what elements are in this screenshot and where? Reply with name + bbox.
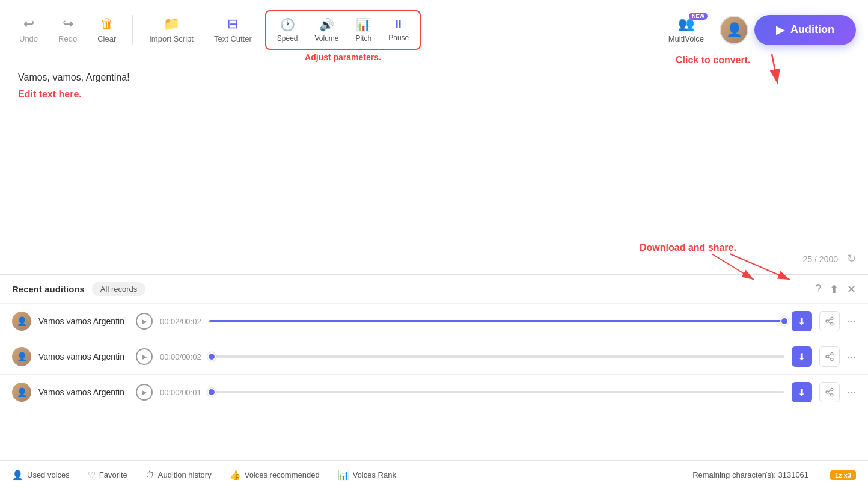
- undo-button[interactable]: ↩ Undo: [12, 11, 45, 48]
- pause-button[interactable]: ⏸ Pause: [380, 15, 417, 45]
- volume-icon: 🔊: [319, 17, 334, 32]
- svg-point-20: [831, 394, 833, 396]
- svg-line-11: [828, 322, 831, 324]
- recent-header: Recent auditions All records ? ⬆ ✕ Downl…: [0, 275, 868, 304]
- undo-icon: ↩: [23, 16, 34, 32]
- audition-button[interactable]: ▶ Audition: [754, 15, 856, 45]
- voices-rank-label: Voices Rank: [353, 470, 396, 479]
- divider-1: [132, 15, 133, 45]
- avatar-row3: 👤: [12, 383, 31, 402]
- svg-line-17: [828, 354, 831, 356]
- pitch-label: Pitch: [356, 34, 372, 43]
- svg-point-18: [831, 388, 833, 390]
- play-row1-button[interactable]: ▶: [136, 313, 153, 330]
- favorite-item[interactable]: ♡ Favorite: [88, 470, 127, 481]
- audio-title-row3: Vamos vamos Argentin: [38, 387, 129, 397]
- voices-rank-icon: 📊: [338, 470, 349, 481]
- redo-label: Redo: [58, 34, 77, 43]
- more-row2-button[interactable]: ···: [847, 351, 856, 363]
- progress-thumb-row1: [780, 317, 789, 325]
- used-voices-item[interactable]: 👤 Used voices: [12, 470, 70, 481]
- adjust-hint-label: Adjust parameters.: [305, 52, 381, 62]
- speed-button[interactable]: 🕐 Speed: [269, 15, 307, 45]
- all-records-button[interactable]: All records: [92, 282, 145, 296]
- text-cutter-label: Text Cutter: [214, 34, 252, 43]
- recent-title: Recent auditions: [12, 284, 85, 294]
- svg-line-21: [828, 393, 831, 395]
- refresh-button[interactable]: ↻: [847, 252, 856, 265]
- share-row3-button[interactable]: [819, 382, 840, 402]
- toolbar: ↩ Undo ↪ Redo 🗑 Clear 📁 Import Script ⊟ …: [0, 0, 868, 60]
- progress-fill-row1: [209, 320, 784, 322]
- favorite-label: Favorite: [99, 470, 127, 479]
- recent-header-icons: ? ⬆ ✕: [815, 283, 856, 296]
- bottom-bar: 👤 Used voices ♡ Favorite ⏱ Audition hist…: [0, 460, 868, 489]
- share-row2-button[interactable]: [819, 346, 840, 367]
- avatar-row1: 👤: [12, 312, 31, 331]
- clear-button[interactable]: 🗑 Clear: [90, 11, 123, 48]
- svg-point-8: [831, 317, 833, 319]
- clear-icon: 🗑: [100, 16, 114, 32]
- expand-button[interactable]: ⬆: [830, 283, 839, 296]
- help-button[interactable]: ?: [815, 283, 821, 295]
- table-row: 👤 Vamos vamos Argentin ▶ 00:02/00:02 ⬇ ·…: [0, 304, 868, 339]
- editor-line1: Vamos, vamos, Argentina!: [18, 72, 850, 83]
- progress-track-row1[interactable]: [209, 320, 784, 322]
- voices-recommended-item[interactable]: 👍 Voices recommended: [230, 470, 320, 481]
- audition-play-icon: ▶: [776, 23, 784, 37]
- speed-label: Speed: [277, 34, 298, 43]
- progress-thumb-row3: [207, 388, 216, 396]
- play-row2-button[interactable]: ▶: [136, 348, 153, 365]
- redo-button[interactable]: ↪ Redo: [51, 11, 84, 48]
- text-cutter-icon: ⊟: [227, 16, 238, 32]
- more-row3-button[interactable]: ···: [847, 386, 856, 399]
- play-row3-button[interactable]: ▶: [136, 384, 153, 401]
- svg-line-16: [828, 357, 831, 359]
- speed-icon: 🕐: [280, 17, 295, 32]
- progress-track-row3[interactable]: [209, 391, 784, 393]
- audition-history-item[interactable]: ⏱ Audition history: [145, 470, 212, 480]
- audio-rows: 👤 Vamos vamos Argentin ▶ 00:02/00:02 ⬇ ·…: [0, 304, 868, 460]
- edit-hint: Edit text here.: [18, 89, 850, 100]
- audio-title-row2: Vamos vamos Argentin: [38, 352, 129, 361]
- svg-point-19: [826, 391, 828, 393]
- voices-recommended-icon: 👍: [230, 470, 241, 481]
- download-row2-button[interactable]: ⬇: [792, 346, 812, 367]
- used-voices-label: Used voices: [27, 470, 70, 479]
- svg-point-9: [826, 320, 828, 322]
- share-row1-button[interactable]: [819, 311, 840, 331]
- voices-recommended-label: Voices recommended: [245, 470, 320, 479]
- download-row1-button[interactable]: ⬇: [792, 311, 812, 331]
- pitch-button[interactable]: 📊 Pitch: [347, 15, 381, 45]
- multivoice-button[interactable]: NEW 👥 MultiVoice: [659, 11, 714, 48]
- close-button[interactable]: ✕: [847, 283, 856, 296]
- svg-point-13: [831, 352, 833, 355]
- volume-button[interactable]: 🔊 Volume: [306, 15, 347, 45]
- progress-track-row2[interactable]: [209, 355, 784, 358]
- audition-history-icon: ⏱: [145, 470, 154, 480]
- pause-label: Pause: [388, 34, 409, 42]
- recent-panel: Recent auditions All records ? ⬆ ✕ Downl…: [0, 274, 868, 460]
- import-script-label: Import Script: [149, 34, 194, 43]
- pitch-icon: 📊: [356, 17, 371, 32]
- download-row3-button[interactable]: ⬇: [792, 382, 812, 402]
- x3-badge: 1z x3: [830, 470, 856, 480]
- import-script-button[interactable]: 📁 Import Script: [142, 11, 201, 48]
- voices-rank-item[interactable]: 📊 Voices Rank: [338, 470, 396, 481]
- svg-point-10: [831, 323, 833, 325]
- char-count: 25 / 2000: [803, 254, 838, 264]
- avatar[interactable]: 👤: [720, 16, 748, 45]
- table-row: 👤 Vamos vamos Argentin ▶ 00:00/00:01 ⬇ ·…: [0, 375, 868, 410]
- text-cutter-button[interactable]: ⊟ Text Cutter: [207, 11, 259, 48]
- multivoice-label: MultiVoice: [668, 34, 704, 43]
- svg-line-12: [828, 319, 831, 321]
- time-row2: 00:00/00:02: [160, 352, 202, 361]
- used-voices-icon: 👤: [12, 470, 23, 481]
- audio-title-row1: Vamos vamos Argentin: [38, 316, 129, 326]
- pause-icon: ⏸: [393, 17, 405, 31]
- favorite-icon: ♡: [88, 470, 96, 481]
- audition-history-label: Audition history: [158, 470, 212, 479]
- more-row1-button[interactable]: ···: [847, 315, 856, 328]
- remaining-chars: Remaining character(s): 3131061: [692, 470, 808, 479]
- svg-line-22: [828, 390, 831, 392]
